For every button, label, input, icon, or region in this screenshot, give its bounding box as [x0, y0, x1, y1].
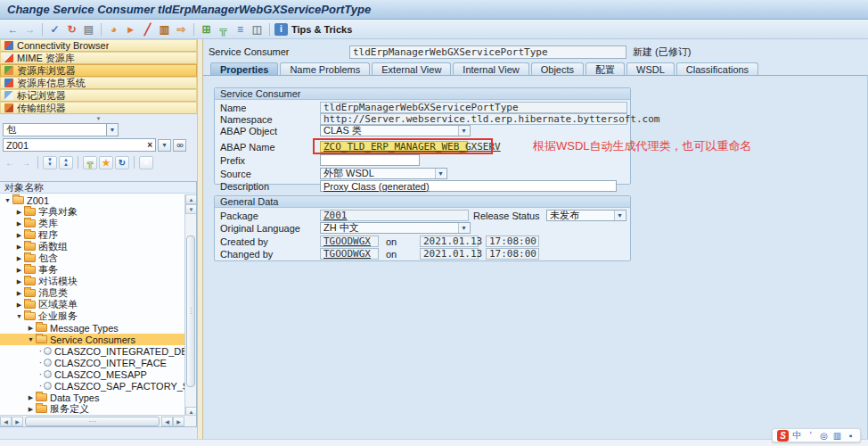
object-name-input[interactable]: Z001 × — [3, 138, 156, 152]
original-language-dropdown[interactable]: ZH 中文 ▼ — [320, 222, 471, 234]
collapsed-arrow-icon[interactable]: ▶ — [14, 301, 24, 309]
tree-node-包含[interactable]: ▶包含 — [0, 252, 184, 264]
service-consumer-name-field[interactable]: tldErpManagerWebGXServicePortType — [349, 45, 626, 59]
expanded-arrow-icon[interactable]: ▼ — [26, 336, 36, 343]
tab-配置[interactable]: 配置 — [585, 62, 625, 76]
tree-node-data-types[interactable]: ▶Data Types — [0, 392, 184, 403]
scroll-right-icon[interactable]: ▶ — [173, 417, 184, 426]
collapsed-arrow-icon[interactable]: ▶ — [26, 394, 36, 401]
chevron-down-icon[interactable]: ▼ — [106, 124, 118, 136]
tree-node-message-types[interactable]: ▶Message Types — [0, 322, 184, 334]
tree-node-字典对象[interactable]: ▶字典对象 — [0, 206, 184, 218]
abap-object-dropdown[interactable]: CLAS 类 ▼ — [320, 125, 471, 136]
tree-refresh-icon[interactable]: ↻ — [115, 156, 129, 169]
nav-collapse-handle[interactable]: ▼ — [0, 114, 197, 122]
copy-icon[interactable]: ▤ — [81, 22, 96, 37]
sidebar-nav-button-5[interactable]: 传输组织器 — [0, 102, 197, 114]
scroll-up-icon[interactable]: ▲ — [185, 194, 197, 204]
clear-icon[interactable]: × — [147, 140, 152, 150]
collapsed-arrow-icon[interactable]: ▶ — [14, 267, 24, 274]
tree-node-claszco-integrated-db[interactable]: ·CLASZCO_INTEGRATED_DB — [0, 345, 184, 357]
check-book-icon[interactable]: ▥ — [157, 22, 172, 37]
collapsed-arrow-icon[interactable]: ▶ — [14, 255, 24, 262]
sidebar-nav-button-4[interactable]: 标记浏览器 — [0, 89, 197, 102]
chevron-down-icon[interactable]: ▼ — [614, 211, 625, 220]
close-tree-icon[interactable]: × — [139, 156, 153, 169]
collapse-all-icon[interactable]: ▼▼ — [43, 156, 57, 169]
changed-by-field[interactable]: TGOODWGX — [320, 248, 379, 260]
release-status-dropdown[interactable]: 未发布 ▼ — [546, 210, 626, 221]
keyboard-icon[interactable]: ▥ — [832, 430, 842, 441]
pencil-icon[interactable]: ╱ — [140, 22, 155, 37]
tree-vertical-scrollbar[interactable]: ▲ ▼ ▲ ▼ — [184, 194, 196, 426]
abap-name-field[interactable]: ZCO_TLD_ERP_MANAGER_WEB_GXSERV — [320, 141, 468, 153]
prefix-field[interactable] — [320, 154, 420, 166]
window-icon[interactable]: ◫ — [250, 22, 265, 37]
expanded-arrow-icon[interactable]: ▼ — [3, 197, 12, 203]
scroll-right-icon[interactable]: ▶ — [12, 417, 23, 426]
collapsed-arrow-icon[interactable]: ▶ — [26, 406, 36, 413]
tab-properties[interactable]: Properties — [210, 62, 278, 76]
scroll-down-icon[interactable]: ▼ — [185, 204, 197, 214]
tree-node-claszco-mesapp[interactable]: ·CLASZCO_MESAPP — [0, 368, 184, 380]
activate-icon[interactable]: ⇨ — [174, 22, 189, 37]
language-indicator[interactable]: 中 — [792, 430, 802, 441]
sogou-logo-icon[interactable]: S — [777, 430, 789, 442]
tree-node-claszco-sap-factory-service-po[interactable]: ·CLASZCO_SAP_FACTORY_SERVICE_PO — [0, 380, 184, 392]
test-icon[interactable]: ▸ — [123, 22, 138, 37]
sidebar-nav-button-2[interactable]: 资源库浏览器 — [0, 64, 197, 77]
tree-horizontal-scrollbar[interactable]: ◀ ▶ ◀ ▶ — [0, 415, 196, 426]
favorites-icon[interactable]: ★ — [99, 156, 113, 169]
package-field[interactable]: Z001 — [320, 210, 469, 221]
toolbox-icon[interactable]: ▪ — [846, 430, 856, 441]
collapsed-arrow-icon[interactable]: ▶ — [14, 244, 24, 251]
scroll-left-icon[interactable]: ◀ — [0, 417, 12, 426]
chevron-down-icon[interactable]: ▼ — [435, 169, 446, 178]
tips-and-tricks-label[interactable]: Tips & Tricks — [291, 24, 352, 35]
sidebar-nav-button-0[interactable]: Connectivity Browser — [0, 39, 197, 52]
tab-wsdl[interactable]: WSDL — [626, 62, 675, 76]
tree-node-函数组[interactable]: ▶函数组 — [0, 241, 184, 252]
tab-classifications[interactable]: Classifications — [676, 62, 758, 76]
vertical-scroll-thumb[interactable] — [186, 235, 195, 387]
source-dropdown[interactable]: 外部 WSDL ▼ — [320, 168, 447, 179]
tree-node-服务定义[interactable]: ▶服务定义 — [0, 403, 184, 415]
tree-node-企业服务[interactable]: ▼企业服务 — [0, 310, 184, 322]
table-add-icon[interactable]: ⊞ — [199, 22, 214, 37]
tab-external-view[interactable]: External View — [372, 62, 451, 76]
punctuation-icon[interactable]: ’ — [806, 430, 815, 441]
collapsed-arrow-icon[interactable]: ▶ — [14, 220, 24, 227]
tree-back-icon[interactable]: ← — [3, 156, 17, 169]
sort-icon[interactable]: ≡ — [233, 22, 248, 37]
tree-node-claszco-inter-face[interactable]: ·CLASZCO_INTER_FACE — [0, 357, 184, 368]
display-glasses-button[interactable]: oo — [173, 139, 186, 152]
tree-forward-icon[interactable]: → — [19, 156, 33, 169]
collapsed-arrow-icon[interactable]: ▶ — [14, 232, 24, 239]
tree-node-类库[interactable]: ▶类库 — [0, 218, 184, 229]
pie-chart-icon[interactable]: ◕ — [106, 22, 121, 37]
object-type-combo[interactable]: 包 ▼ — [3, 123, 119, 136]
ime-toolbar[interactable]: S中’◎▥▪ — [772, 428, 861, 442]
display-change-icon[interactable]: ✓ — [47, 22, 62, 37]
emoji-icon[interactable]: ◎ — [819, 430, 829, 441]
scroll-left-icon[interactable]: ◀ — [161, 417, 173, 426]
created-by-field[interactable]: TGOODWGX — [320, 235, 379, 247]
tree-node-区域菜单[interactable]: ▶区域菜单 — [0, 299, 184, 310]
tab-objects[interactable]: Objects — [531, 62, 584, 76]
org-chart-icon[interactable]: ╦ — [216, 22, 231, 37]
sidebar-nav-button-3[interactable]: 资源库信息系统 — [0, 77, 197, 89]
collapsed-arrow-icon[interactable]: ▶ — [14, 278, 24, 285]
tree-node-对话模块[interactable]: ▶对话模块 — [0, 276, 184, 287]
add-object-icon[interactable]: ╦ — [83, 156, 97, 169]
horizontal-scroll-thumb[interactable] — [25, 417, 160, 426]
expand-all-icon[interactable]: ▲▲ — [59, 156, 73, 169]
back-icon[interactable]: ← — [5, 22, 20, 37]
chevron-down-icon[interactable]: ▼ — [458, 223, 469, 233]
collapsed-arrow-icon[interactable]: ▶ — [14, 290, 24, 297]
collapsed-arrow-icon[interactable]: ▶ — [26, 325, 36, 332]
collapsed-arrow-icon[interactable]: ▶ — [14, 209, 24, 216]
tab-name-problems[interactable]: Name Problems — [280, 62, 370, 76]
description-field[interactable]: Proxy Class (generated) — [320, 180, 617, 192]
tree-node-程序[interactable]: ▶程序 — [0, 229, 184, 241]
forward-icon[interactable]: → — [22, 22, 37, 37]
